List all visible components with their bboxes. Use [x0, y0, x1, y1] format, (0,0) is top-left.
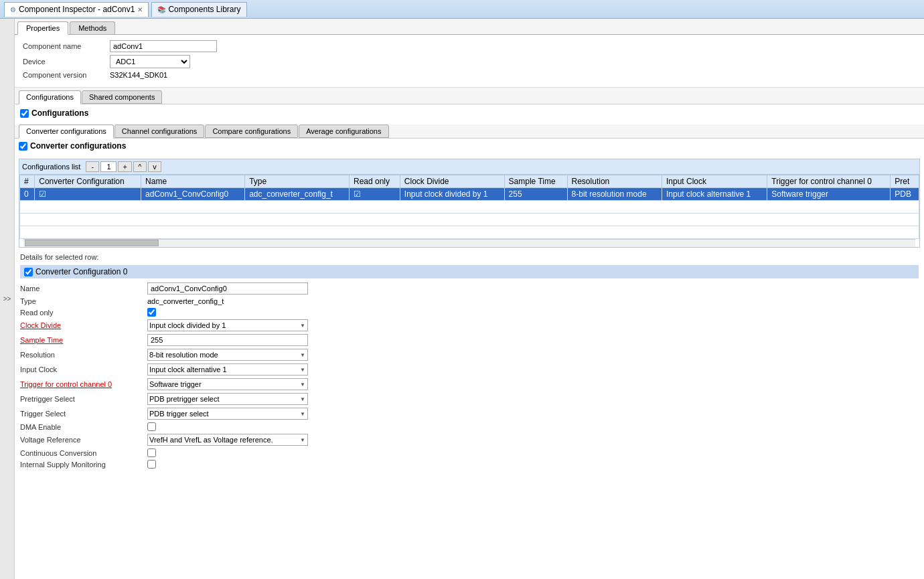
device-row: Device ADC1 ADC2 [23, 55, 916, 68]
config-table: # Converter Configuration Name Type Read… [19, 175, 919, 239]
list-toolbar: Configurations list - 1 + ^ v [19, 159, 919, 175]
trigger-select-wrap: Software trigger Hardware trigger [147, 378, 308, 390]
detail-label-input-clock: Input Clock [20, 365, 147, 374]
left-panel: >> [0, 19, 15, 579]
library-icon: 📚 [157, 6, 165, 13]
list-toolbar-title: Configurations list [22, 163, 80, 171]
resolution-select-wrap: 8-bit resolution mode 10-bit resolution … [147, 349, 308, 361]
detail-row-trigger: Trigger for control channel 0 Software t… [20, 378, 919, 390]
detail-checkbox-readonly[interactable] [147, 308, 156, 317]
sub-tab-channel[interactable]: Channel configurations [114, 125, 205, 138]
sub-tab-converter[interactable]: Converter configurations [19, 125, 114, 139]
detail-label-trigger: Trigger for control channel 0 [20, 380, 147, 388]
detail-select-resolution[interactable]: 8-bit resolution mode 10-bit resolution … [147, 349, 308, 361]
detail-label-type: Type [20, 297, 147, 305]
title-bar: ⚙ Component Inspector - adConv1 ✕ 📚 Comp… [0, 0, 924, 19]
detail-label-resolution: Resolution [20, 351, 147, 359]
config-tab-configurations[interactable]: Configurations [19, 90, 81, 104]
tab-methods[interactable]: Methods [70, 21, 115, 34]
detail-select-trigger[interactable]: Software trigger Hardware trigger [147, 378, 308, 390]
detail-select-trigger-select[interactable]: PDB trigger select [147, 408, 308, 420]
detail-row-internal-supply: Internal Supply Monitoring [20, 460, 919, 469]
converter-config-checkbox-row: Converter configurations [19, 141, 920, 151]
configurations-checkbox[interactable] [20, 109, 29, 118]
cell-input-clock: Input clock alternative 1 [662, 188, 767, 201]
col-type: Type [245, 175, 350, 188]
cell-clock-divide: Input clock divided by 1 [400, 188, 504, 201]
version-value: S32K144_SDK01 [110, 71, 167, 79]
version-row: Component version S32K144_SDK01 [23, 71, 916, 79]
detail-row-readonly: Read only [20, 308, 919, 317]
section-header-checkbox[interactable] [24, 268, 33, 276]
detail-value-type: adc_converter_config_t [147, 297, 224, 305]
detail-input-sample-time[interactable] [147, 334, 308, 346]
detail-input-name[interactable] [147, 282, 308, 295]
detail-select-pretrigger[interactable]: PDB pretrigger select [147, 393, 308, 405]
configs-section: Configurations [15, 104, 924, 125]
cell-type: adc_converter_config_t [245, 188, 350, 201]
device-select[interactable]: ADC1 ADC2 [110, 55, 190, 68]
col-converter-config: Converter Configuration [35, 175, 141, 188]
detail-label-continuous: Continuous Conversion [20, 449, 147, 457]
converter-config-checkbox[interactable] [19, 142, 27, 151]
cell-pret: PDB [891, 188, 919, 201]
detail-row-continuous: Continuous Conversion [20, 448, 919, 457]
section-title: Converter Configuration 0 [35, 267, 127, 276]
tab-label-library: Components Library [168, 5, 240, 14]
tab-properties[interactable]: Properties [17, 21, 68, 35]
config-tab-shared[interactable]: Shared components [82, 90, 162, 104]
add-config-btn[interactable]: + [118, 161, 131, 172]
section-header: Converter Configuration 0 [20, 265, 919, 278]
col-sample-time: Sample Time [504, 175, 567, 188]
component-name-input[interactable] [110, 40, 217, 52]
detail-row-type: Type adc_converter_config_t [20, 297, 919, 305]
converter-config-section: Converter configurations [15, 139, 924, 156]
detail-label-voltage-ref: Voltage Reference [20, 436, 147, 444]
detail-checkbox-dma[interactable] [147, 422, 156, 431]
sub-tab-average[interactable]: Average configurations [299, 125, 388, 138]
version-label: Component version [23, 71, 110, 79]
tab-component-inspector[interactable]: ⚙ Component Inspector - adConv1 ✕ [4, 2, 149, 17]
move-up-btn[interactable]: ^ [133, 161, 147, 172]
sub-tab-compare[interactable]: Compare configurations [205, 125, 298, 138]
table-row-empty-3 [20, 226, 919, 239]
detail-label-sample-time: Sample Time [20, 336, 147, 344]
close-inspector-btn[interactable]: ✕ [137, 6, 143, 13]
detail-row-resolution: Resolution 8-bit resolution mode 10-bit … [20, 349, 919, 361]
remove-config-btn[interactable]: - [86, 161, 99, 172]
detail-label-internal-supply: Internal Supply Monitoring [20, 461, 147, 469]
configurations-checkbox-row: Configurations [20, 108, 919, 118]
device-label: Device [23, 58, 110, 66]
col-resolution: Resolution [567, 175, 662, 188]
component-name-row: Component name [23, 40, 916, 52]
detail-row-sample-time: Sample Time [20, 334, 919, 346]
converter-config-label: Converter configurations [30, 141, 126, 151]
details-header: Details for selected row: [20, 253, 919, 261]
input-clock-select-wrap: Input clock alternative 1 Input clock al… [147, 363, 308, 376]
detail-label-dma: DMA Enable [20, 423, 147, 431]
component-icon: ⚙ [10, 6, 16, 13]
col-num: # [20, 175, 35, 188]
cell-trigger: Software trigger [767, 188, 891, 201]
sub-tabs: Converter configurations Channel configu… [15, 125, 924, 139]
props-tabs: Properties Methods [15, 19, 924, 35]
detail-select-input-clock[interactable]: Input clock alternative 1 Input clock al… [147, 363, 308, 376]
col-clock-divide: Clock Divide [400, 175, 504, 188]
table-row-empty-1 [20, 201, 919, 214]
detail-select-voltage-ref[interactable]: VrefH and VrefL as Voltage reference. [147, 434, 308, 446]
col-input-clock: Input Clock [662, 175, 767, 188]
horizontal-scrollbar[interactable] [23, 239, 915, 247]
detail-select-clock-divide[interactable]: Input clock divided by 1 Input clock div… [147, 319, 308, 331]
tab-label-inspector: Component Inspector - adConv1 [19, 5, 135, 14]
collapse-btn[interactable]: >> [3, 295, 11, 303]
detail-row-dma: DMA Enable [20, 422, 919, 431]
detail-label-pretrigger: Pretrigger Select [20, 395, 147, 403]
detail-checkbox-internal-supply[interactable] [147, 460, 156, 469]
detail-checkbox-continuous[interactable] [147, 448, 156, 457]
tab-components-library[interactable]: 📚 Components Library [151, 2, 246, 17]
table-header-row: # Converter Configuration Name Type Read… [20, 175, 919, 188]
cell-converter-config: ☑ [35, 188, 141, 201]
move-down-btn[interactable]: v [148, 161, 161, 172]
details-section: Details for selected row: Converter Conf… [15, 250, 924, 579]
table-row[interactable]: 0 ☑ adConv1_ConvConfig0 adc_converter_co… [20, 188, 919, 201]
